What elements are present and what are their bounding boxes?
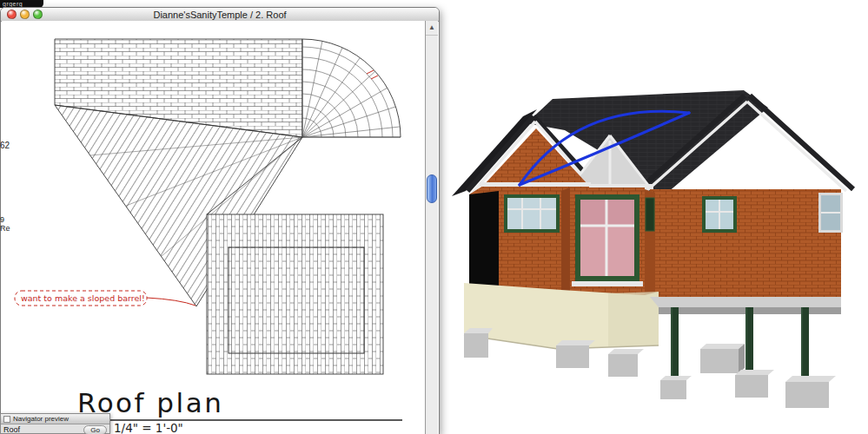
bay-window-sill bbox=[572, 281, 643, 286]
scrollbar-thumb[interactable] bbox=[427, 174, 437, 203]
document-window: Dianne'sSanityTemple / 2. Roof bbox=[0, 7, 440, 434]
left-wall-shadow bbox=[469, 191, 499, 288]
desktop: grgerg Dianne'sSanityTemple / 2. Roof bbox=[0, 0, 868, 434]
block-mid-2 bbox=[608, 354, 638, 377]
minimize-button[interactable] bbox=[20, 10, 30, 19]
left-wing-eave-trim bbox=[480, 182, 591, 187]
block-mid-1 bbox=[556, 345, 589, 368]
plan-annotation: want to make a sloped barrel! bbox=[15, 291, 195, 306]
plan-vertical-shingle-field bbox=[207, 214, 383, 374]
house-3d-render[interactable] bbox=[439, 0, 868, 434]
navigator-go-button[interactable]: Go bbox=[83, 425, 107, 434]
palette-title: Navigator preview bbox=[13, 415, 69, 424]
roof-plan-drawing bbox=[55, 39, 401, 374]
block-right-1 bbox=[700, 349, 739, 373]
floor-band bbox=[650, 297, 841, 307]
traffic-lights bbox=[7, 10, 43, 19]
vertical-scrollbar[interactable]: ▲ bbox=[425, 21, 438, 434]
close-button[interactable] bbox=[7, 10, 17, 19]
scroll-up-arrow[interactable]: ▲ bbox=[426, 21, 438, 36]
plan-title-block: Roof plan 1/4" = 1'-0" bbox=[76, 387, 402, 434]
drawing-area: want to make a sloped barrel! Roof plan … bbox=[2, 21, 438, 434]
edge-fragment-9: 9 bbox=[0, 215, 4, 224]
bay-window bbox=[572, 194, 643, 286]
plan-barrel-fan bbox=[302, 39, 401, 137]
block-under-post-3 bbox=[785, 382, 829, 408]
annotation-leader-line bbox=[147, 298, 195, 306]
palette-body: Roof Go bbox=[1, 424, 109, 434]
bay-side-window bbox=[646, 198, 654, 231]
palette-close-button[interactable] bbox=[3, 416, 10, 423]
navigator-preview-palette: Navigator preview Roof Go bbox=[0, 413, 110, 434]
cream-base-shade bbox=[608, 292, 659, 347]
zoom-button[interactable] bbox=[33, 10, 43, 19]
block-under-post-2 bbox=[735, 375, 768, 398]
plan-scale: 1/4" = 1'-0" bbox=[114, 421, 183, 434]
left-window-glass bbox=[507, 198, 556, 229]
right-wing-wall bbox=[650, 189, 841, 300]
roof-plan-canvas[interactable]: want to make a sloped barrel! Roof plan … bbox=[2, 21, 424, 434]
block-plinth bbox=[464, 333, 488, 358]
window-titlebar[interactable]: Dianne'sSanityTemple / 2. Roof bbox=[1, 8, 439, 22]
window-title: Dianne'sSanityTemple / 2. Roof bbox=[153, 10, 286, 20]
block-under-post-1 bbox=[660, 380, 686, 399]
navigator-field[interactable]: Roof bbox=[3, 425, 20, 434]
edge-fragment-re: Re bbox=[0, 224, 10, 233]
palette-titlebar[interactable]: Navigator preview bbox=[1, 414, 109, 424]
edge-fragment-62: 62 bbox=[0, 141, 10, 150]
bay-left-return bbox=[561, 187, 570, 297]
left-window bbox=[504, 194, 560, 233]
annotation-text: want to make a sloped barrel! bbox=[21, 293, 145, 303]
